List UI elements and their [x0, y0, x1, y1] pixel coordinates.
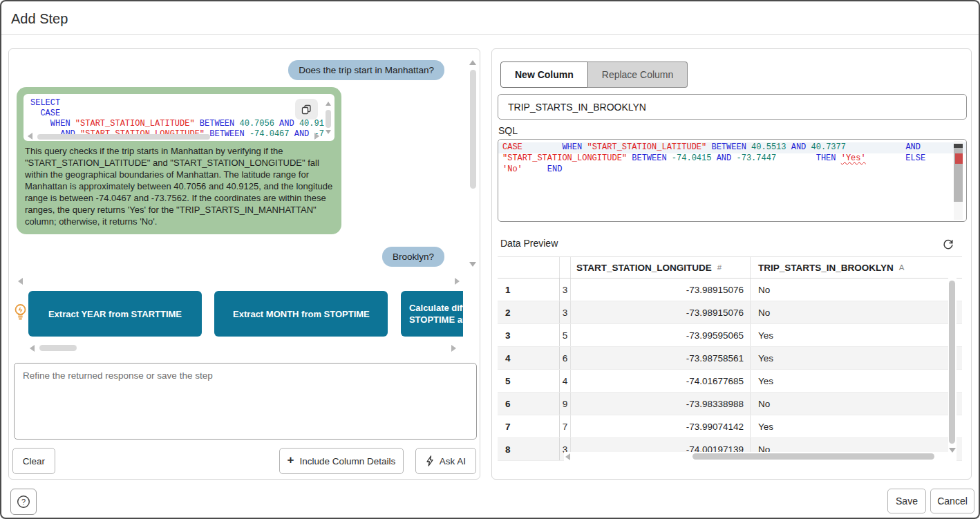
help-icon: ?	[17, 495, 30, 509]
table-header-row: START_STATION_LONGITUDE # TRIP_STARTS_IN…	[498, 256, 962, 279]
header-truncated-column	[560, 257, 571, 278]
code-scroll-up-arrow[interactable]	[326, 102, 331, 106]
table-row: 35-73.99595065Yes	[498, 324, 962, 347]
ask-ai-button[interactable]: Ask AI	[415, 448, 476, 474]
lightbulb-icon	[14, 303, 27, 323]
chat-scroll-down-arrow[interactable]	[469, 262, 476, 267]
sql-snippet-box: SELECT CASE WHEN "START_STATION_LATITUDE…	[23, 94, 334, 141]
refresh-icon	[942, 238, 959, 251]
refine-response-textarea[interactable]	[14, 363, 477, 440]
code-vscroll-thumb[interactable]	[326, 110, 331, 128]
column-panel: New Column Replace Column SQL CASE WHEN …	[491, 48, 972, 480]
refresh-button[interactable]	[942, 237, 959, 252]
save-button[interactable]: Save	[887, 489, 926, 513]
editor-warning-marker	[955, 153, 963, 164]
sql-label: SQL	[498, 125, 518, 136]
header-rownum	[498, 257, 560, 278]
clear-button[interactable]: Clear	[12, 448, 55, 474]
table-row: 23-73.98915076No	[498, 301, 962, 324]
code-scroll-left-arrow[interactable]	[28, 133, 32, 140]
suggestion-extract-year-button[interactable]: Extract YEAR from STARTTIME	[28, 291, 202, 337]
svg-text:?: ?	[21, 498, 26, 506]
tab-replace-column[interactable]: Replace Column	[588, 62, 688, 88]
chat-scroll-right-arrow[interactable]	[455, 278, 460, 285]
code-scroll-right-arrow[interactable]	[314, 133, 319, 140]
suggestions-hscroll-thumb[interactable]	[39, 345, 77, 351]
data-preview-label: Data Preview	[500, 238, 558, 249]
header-trip-starts-in-brooklyn[interactable]: TRIP_STARTS_IN_BROOKLYN A	[751, 257, 954, 278]
table-row: 13-73.98915076No	[498, 279, 962, 301]
suggestion-calculate-difference-button[interactable]: Calculate diffeSTOPTIME and	[401, 291, 463, 337]
suggestions-scroll-right-arrow[interactable]	[451, 345, 456, 352]
code-hscroll-thumb[interactable]	[37, 134, 210, 140]
ai-explanation-text: This query checks if the trip starts in …	[17, 145, 341, 234]
column-name-input[interactable]	[498, 94, 967, 120]
suggestions-scroll-left-arrow[interactable]	[30, 345, 35, 352]
chat-panel: Does the trip start in Manhattan? SELECT…	[8, 48, 480, 480]
page-title: Add Step	[11, 11, 68, 27]
table-vscroll-thumb[interactable]	[949, 281, 955, 444]
number-type-icon: #	[717, 263, 722, 272]
chat-messages: Does the trip start in Manhattan? SELECT…	[9, 49, 465, 272]
help-button[interactable]: ?	[10, 489, 37, 515]
plus-icon: +	[288, 453, 294, 467]
header-start-station-longitude[interactable]: START_STATION_LONGITUDE #	[571, 257, 751, 278]
include-column-details-button[interactable]: + Include Column Details	[279, 448, 404, 474]
header-divider	[1, 34, 979, 35]
suggestion-extract-month-button[interactable]: Extract MONTH from STOPTIME	[214, 291, 388, 337]
chat-vscroll-thumb[interactable]	[470, 70, 476, 189]
copy-icon	[301, 104, 312, 115]
tab-new-column[interactable]: New Column	[500, 62, 588, 88]
table-row: 54-74.01677685Yes	[498, 370, 962, 393]
table-vscrollbar[interactable]	[948, 257, 957, 462]
ai-response-bubble: SELECT CASE WHEN "START_STATION_LATITUDE…	[17, 87, 341, 234]
table-scroll-left-arrow[interactable]	[565, 453, 570, 460]
copy-code-button[interactable]	[295, 99, 318, 120]
table-row: 46-73.98758561Yes	[498, 347, 962, 370]
column-mode-tabs: New Column Replace Column	[500, 62, 688, 88]
lightning-icon	[426, 455, 434, 466]
sql-editor[interactable]: CASE WHEN "START_STATION_LATITUDE" BETWE…	[498, 139, 967, 222]
chat-scroll-up-arrow[interactable]	[469, 60, 476, 65]
table-hscrollbar[interactable]	[564, 452, 955, 462]
editor-scrollbar[interactable]	[954, 141, 963, 220]
data-preview-table: START_STATION_LONGITUDE # TRIP_STARTS_IN…	[498, 256, 962, 462]
suggestions-carousel: Extract YEAR from STARTTIME Extract MONT…	[28, 291, 463, 337]
user-message-manhattan: Does the trip start in Manhattan?	[288, 60, 444, 80]
table-scroll-down-arrow[interactable]	[949, 448, 956, 453]
text-type-sort-icon: A	[899, 263, 905, 272]
cancel-button[interactable]: Cancel	[930, 489, 974, 513]
user-message-brooklyn: Brooklyn?	[382, 247, 444, 267]
code-scroll-down-arrow[interactable]	[326, 130, 331, 134]
add-step-dialog: Add Step Does the trip start in Manhatta…	[0, 0, 980, 519]
table-row: 69-73.98338988No	[498, 393, 962, 415]
chat-scroll-left-arrow[interactable]	[18, 278, 23, 285]
table-hscroll-thumb[interactable]	[692, 453, 934, 460]
table-row: 77-73.99074142Yes	[498, 415, 962, 438]
